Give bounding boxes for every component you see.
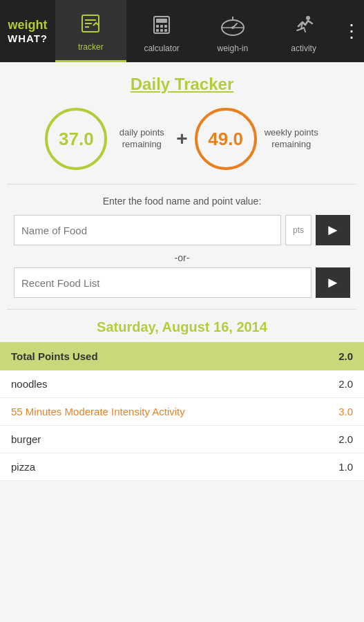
total-points-value: 2.0 xyxy=(338,350,353,362)
total-points-row: Total Points Used 2.0 xyxy=(0,342,364,370)
daily-points-badge: 37.0 xyxy=(45,108,107,170)
recent-submit-button[interactable]: ► xyxy=(316,267,350,298)
calculator-icon xyxy=(151,14,173,41)
svg-rect-11 xyxy=(164,29,167,32)
brand-weight-label: weight xyxy=(8,18,48,32)
food-item-pts: 3.0 xyxy=(338,406,353,417)
weekly-points-value: 49.0 xyxy=(208,129,243,150)
food-item-name: noodles xyxy=(11,378,48,390)
recent-food-row: ► xyxy=(14,267,350,298)
svg-rect-5 xyxy=(156,19,167,23)
food-item-pts: 2.0 xyxy=(338,433,353,445)
svg-rect-6 xyxy=(156,25,159,28)
or-divider: -or- xyxy=(14,252,350,263)
food-item-pts: 1.0 xyxy=(338,461,353,473)
food-item-name: 55 Minutes Moderate Intensity Activity xyxy=(11,406,185,417)
food-list-item: pizza1.0 xyxy=(0,453,364,481)
calculator-tab-label: calculator xyxy=(144,44,179,53)
daily-tracker-title-section: Daily Tracker xyxy=(0,62,364,101)
main-content: Daily Tracker 37.0 daily pointsremaining… xyxy=(0,62,364,622)
tracker-date: Saturday, August 16, 2014 xyxy=(0,310,364,342)
daily-points-label: daily pointsremaining xyxy=(114,127,169,151)
app-header: weight WHAT? tracker xyxy=(0,0,364,62)
plus-sign: + xyxy=(176,128,187,150)
daily-points-value: 37.0 xyxy=(59,129,94,150)
recent-food-input[interactable] xyxy=(14,267,312,298)
tab-weigh-in[interactable]: weigh-in xyxy=(198,0,269,62)
total-points-label: Total Points Used xyxy=(11,350,98,362)
more-menu-button[interactable]: ⋮ xyxy=(339,22,364,40)
weighin-tab-label: weigh-in xyxy=(218,44,249,53)
tab-tracker[interactable]: tracker xyxy=(55,0,126,62)
brand-logo: weight WHAT? xyxy=(0,12,55,50)
svg-rect-10 xyxy=(160,29,163,32)
brand-what-label: WHAT? xyxy=(8,32,48,44)
arrow-right-icon: ► xyxy=(325,221,341,239)
food-submit-button[interactable]: ► xyxy=(316,215,350,245)
svg-rect-8 xyxy=(164,25,167,28)
svg-point-16 xyxy=(306,16,310,20)
svg-point-15 xyxy=(231,26,234,29)
points-row: 37.0 daily pointsremaining + 49.0 weekly… xyxy=(0,101,364,184)
food-item-name: burger xyxy=(11,433,41,445)
weighin-icon xyxy=(220,14,245,41)
svg-rect-9 xyxy=(156,29,159,32)
food-item-name: pizza xyxy=(11,461,35,473)
food-entry-section: Enter the food name and point value: pts… xyxy=(0,185,364,309)
tab-activity[interactable]: activity xyxy=(268,0,339,62)
tab-calculator[interactable]: calculator xyxy=(126,0,198,62)
tracker-icon xyxy=(79,12,102,39)
activity-icon xyxy=(293,14,315,41)
food-name-input[interactable] xyxy=(14,215,281,245)
nav-tabs: tracker calculator xyxy=(55,0,339,62)
tracker-tab-label: tracker xyxy=(78,42,104,52)
weekly-points-label: weekly pointsremaining xyxy=(264,127,319,151)
food-list: noodles2.055 Minutes Moderate Intensity … xyxy=(0,370,364,481)
pts-label: pts xyxy=(293,225,304,235)
food-item-pts: 2.0 xyxy=(338,378,353,390)
pts-box: pts xyxy=(285,215,312,245)
food-list-item: noodles2.0 xyxy=(0,370,364,398)
daily-tracker-link[interactable]: Daily Tracker xyxy=(131,75,233,93)
food-name-row: pts ► xyxy=(14,215,350,245)
arrow-right-icon-2: ► xyxy=(325,274,341,292)
more-icon: ⋮ xyxy=(343,22,361,40)
svg-rect-7 xyxy=(160,25,163,28)
food-list-item: burger2.0 xyxy=(0,426,364,453)
food-list-item: 55 Minutes Moderate Intensity Activity3.… xyxy=(0,398,364,426)
weekly-points-badge: 49.0 xyxy=(195,108,257,170)
activity-tab-label: activity xyxy=(291,44,316,53)
food-entry-prompt: Enter the food name and point value: xyxy=(14,196,350,207)
